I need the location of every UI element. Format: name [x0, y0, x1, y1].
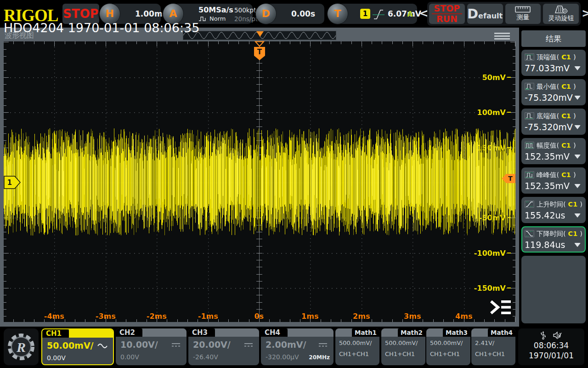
- trigger-knob[interactable]: T: [327, 3, 348, 24]
- measurement-label-close: ): [573, 83, 576, 90]
- default-button[interactable]: Default: [467, 4, 503, 24]
- channel-panel-ch2[interactable]: CH210.00V/0.00V: [116, 328, 187, 365]
- measurement-item-5[interactable]: 峰峰值(C1)152.35mV: [521, 167, 586, 194]
- measurement-item-4[interactable]: 幅度值(C1)152.35mV: [521, 138, 586, 164]
- math-panel-2[interactable]: Math2500.00mV/CH1+CH1: [381, 328, 425, 365]
- measurement-item-2[interactable]: 最小值(C1)-75.320mV: [521, 79, 586, 105]
- chevron-down-icon[interactable]: [574, 155, 581, 159]
- measurement-label-close: ): [573, 142, 576, 149]
- measure-label: 测量: [516, 13, 529, 22]
- measurement-item-7[interactable]: 下降时间(C1)119.84us: [521, 226, 586, 253]
- stop-label: STOP: [432, 4, 463, 14]
- dc-coupling-icon: [171, 342, 181, 348]
- measurement-label-close: ): [580, 201, 582, 208]
- measure-button[interactable]: 测量: [505, 4, 541, 24]
- results-title: 结果: [521, 30, 586, 47]
- measurement-label-close: ): [573, 112, 576, 120]
- measurement-label: 幅度值(: [537, 141, 559, 150]
- math-scale: 500.00mV/: [385, 339, 418, 346]
- measurement-label: 顶端值(: [537, 53, 559, 62]
- measurement-source: C1: [568, 201, 578, 208]
- quick-knob-icon: [554, 5, 568, 14]
- default-rest: efault: [478, 12, 503, 20]
- chevron-down-icon[interactable]: [574, 184, 581, 188]
- measurement-value: 152.35mV: [525, 181, 570, 191]
- measurement-value: -75.320mV: [525, 92, 573, 103]
- channel-panel-ch1[interactable]: CH150.00mV/0.00V: [41, 328, 114, 365]
- results-empty-panel: [521, 256, 586, 323]
- math-scale: 500.00mV/: [339, 339, 372, 346]
- grid-menu-icon[interactable]: [489, 299, 512, 316]
- measurement-item-3[interactable]: 底端值(C1)-75.320mV: [521, 109, 586, 135]
- sound-muted-icon: [553, 331, 562, 339]
- channel-panel-ch4[interactable]: CH42.00mV/-320.00µV20MHz: [261, 328, 334, 365]
- measurement-label-close: ): [573, 171, 576, 178]
- measurement-label: 最小值(: [537, 82, 559, 91]
- svg-text:R: R: [16, 339, 26, 355]
- measurement-source: C1: [561, 142, 571, 149]
- measurement-value: 152.35mV: [525, 151, 570, 161]
- measurement-source: C1: [561, 171, 571, 178]
- measurement-label: 峰峰值(: [537, 171, 559, 179]
- chevron-down-icon[interactable]: [574, 66, 581, 70]
- measurement-source: C1: [561, 83, 571, 90]
- math-tab-fill: [471, 328, 488, 337]
- chevron-down-icon[interactable]: [574, 243, 581, 247]
- ac-coupling-icon: [97, 343, 107, 349]
- overview-position-marker[interactable]: [255, 31, 265, 37]
- measurement-value: 155.42us: [525, 210, 565, 220]
- math-panel-4[interactable]: Math42.41V/CH1+CH1: [471, 328, 515, 365]
- waveform-menu-icon[interactable]: [494, 33, 510, 41]
- run-label: RUN: [436, 14, 458, 24]
- toolbar-scroll-right-icon[interactable]: >: [582, 6, 588, 20]
- svg-text:T: T: [508, 175, 513, 182]
- screenshot-title-overlay: HDO4204 1970-01-01 08:06:35: [4, 21, 199, 35]
- stop-run-button[interactable]: STOP RUN: [429, 4, 465, 24]
- waveform-view: HDO4204 1970-01-01 08:06:35 波形视图 150mV10…: [0, 28, 519, 327]
- sample-rate-value: 50MSa/s: [198, 6, 233, 14]
- math-tab-fill: [335, 328, 352, 337]
- toolbar-buttons: STOP RUN Default 测量 灵动旋钮: [427, 2, 581, 26]
- channel-offset: 0.00V: [47, 354, 66, 362]
- trigger-slope-icon: [372, 8, 385, 21]
- channel-offset: -320.00µV: [266, 353, 299, 361]
- rise-time-icon: [525, 201, 534, 208]
- bottom-bar: R CH150.00mV/0.00VCH210.00V/0.00VCH320.0…: [0, 327, 588, 368]
- trigger-source-badge: 1: [360, 9, 370, 19]
- bandwidth-limit-label: 20MHz: [309, 354, 330, 361]
- measurement-source: C1: [568, 230, 578, 237]
- chevron-down-icon[interactable]: [574, 96, 581, 100]
- channel-scale: 20.00V/: [193, 339, 231, 350]
- delay-knob[interactable]: D: [255, 3, 277, 24]
- math-panel-1[interactable]: Math1500.00mV/CH1+CH1: [335, 328, 379, 365]
- trigger-panel[interactable]: 1 6.07mV A: [337, 4, 417, 24]
- trigger-level-value: 6.07mV: [388, 4, 421, 24]
- chevron-down-icon[interactable]: [574, 125, 581, 129]
- channel-scale: 10.00V/: [120, 339, 158, 350]
- math-tab: Math1: [352, 328, 379, 337]
- channel1-position-marker[interactable]: 1: [4, 176, 21, 189]
- trigger-level-marker[interactable]: T: [502, 173, 515, 184]
- graticule[interactable]: 150mV100mV50mV-50mV-100mV-150mV -4ms-3ms…: [4, 41, 515, 322]
- channel-offset: -26.40V: [193, 353, 218, 361]
- math-scale: 500.00mV/: [430, 339, 463, 346]
- channel-tab-fill: [215, 328, 259, 337]
- math-panel-3[interactable]: Math3500.00mV/CH1+CH1: [426, 328, 470, 365]
- measurement-item-6[interactable]: 上升时间(C1)155.42us: [521, 197, 586, 223]
- math-tab: Math4: [488, 328, 515, 337]
- channel-offset: 0.00V: [120, 353, 139, 361]
- trace-canvas: [4, 41, 515, 322]
- acquire-mode-label: Norm: [209, 15, 226, 22]
- trigger-position-flag[interactable]: T: [254, 46, 266, 61]
- measurement-item-1[interactable]: 顶端值(C1)77.033mV: [521, 50, 586, 76]
- chevron-down-icon[interactable]: [574, 213, 581, 218]
- measurement-value: -75.320mV: [525, 122, 573, 132]
- channel-panel-ch3[interactable]: CH320.00V/-26.40V: [188, 328, 259, 365]
- dc-coupling-icon: [243, 342, 254, 348]
- quick-knob-button[interactable]: 灵动旋钮: [543, 4, 579, 24]
- timebase-overview-bar[interactable]: [183, 31, 336, 40]
- measurement-label: 上升时间(: [537, 200, 566, 209]
- math-tab-fill: [381, 328, 398, 337]
- rigol-gear-logo[interactable]: R: [4, 328, 39, 365]
- measurement-value: 119.84us: [525, 240, 565, 250]
